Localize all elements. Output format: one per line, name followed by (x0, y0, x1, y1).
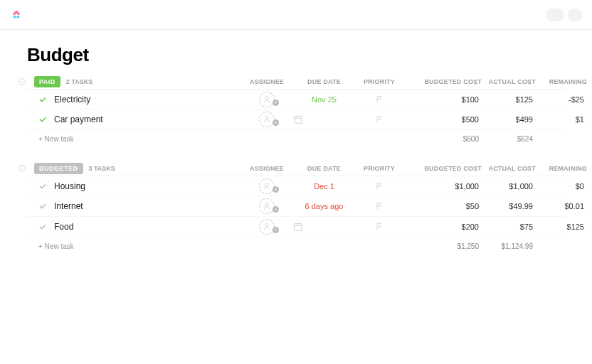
remaining[interactable]: $0 (536, 182, 587, 191)
task-name[interactable]: Food (54, 222, 73, 232)
col-actual[interactable]: ACTUAL COST (482, 165, 536, 172)
check-icon[interactable] (38, 95, 47, 104)
sum-actual: $1,124.99 (482, 242, 536, 250)
topbar-button-2[interactable] (568, 9, 582, 21)
assignee-cell[interactable]: + (240, 112, 293, 127)
actual-cost[interactable]: $75 (482, 223, 536, 231)
plus-icon: + (273, 227, 279, 233)
svg-point-2 (265, 117, 269, 120)
assignee-cell[interactable]: + (240, 178, 293, 194)
table-row[interactable]: Housing + Dec 1 $1,000 $1,000 $0 (27, 176, 565, 196)
app-logo (10, 9, 23, 21)
chevron-down-icon[interactable] (17, 77, 27, 87)
col-budgeted[interactable]: BUDGETED COST (403, 78, 482, 85)
assignee-cell[interactable]: + (240, 198, 293, 214)
plus-icon: + (273, 186, 279, 193)
task-name[interactable]: Housing (54, 181, 85, 191)
remaining[interactable]: $0.01 (536, 202, 587, 210)
check-icon[interactable] (38, 182, 47, 191)
topbar (0, 0, 592, 30)
table-row[interactable]: Internet + 6 days ago $50 $49.99 $0.01 (27, 196, 565, 217)
task-count: 3 TASKS (89, 165, 115, 172)
remaining[interactable]: $125 (536, 223, 587, 231)
svg-point-1 (265, 96, 269, 100)
check-icon[interactable] (38, 115, 47, 124)
table-row[interactable]: Car payment + $500 $499 $1 (27, 109, 565, 130)
task-name[interactable]: Internet (54, 201, 83, 211)
svg-point-8 (265, 183, 269, 186)
remaining[interactable]: $1 (536, 115, 587, 124)
due-date[interactable]: 6 days ago (293, 202, 355, 210)
plus-icon: + (273, 206, 279, 213)
flag-icon[interactable] (355, 115, 403, 124)
col-priority[interactable]: PRIORITY (355, 78, 403, 85)
col-due[interactable]: DUE DATE (293, 165, 355, 172)
flag-icon[interactable] (355, 95, 403, 104)
due-date[interactable]: Nov 25 (293, 95, 355, 104)
flag-icon[interactable] (355, 182, 403, 191)
budgeted-cost[interactable]: $200 (403, 223, 482, 231)
task-count: 2 TASKS (66, 78, 92, 85)
task-name[interactable]: Car payment (54, 114, 103, 124)
content: Budget PAID 2 TASKS ASSIGNEE DUE DATE PR… (0, 30, 592, 255)
budgeted-cost[interactable]: $100 (403, 95, 482, 104)
person-icon (259, 198, 275, 214)
sum-row: + New task $600 $624 (27, 130, 565, 147)
budgeted-cost[interactable]: $500 (403, 115, 482, 124)
assignee-cell[interactable]: + (240, 219, 293, 235)
col-actual[interactable]: ACTUAL COST (482, 78, 536, 85)
remaining[interactable]: -$25 (536, 95, 587, 104)
person-icon (259, 219, 275, 235)
table-row[interactable]: Electricity + Nov 25 $100 $125 -$25 (27, 89, 565, 109)
person-icon (259, 178, 275, 194)
flag-icon[interactable] (355, 223, 403, 231)
plus-icon: + (273, 119, 279, 126)
col-priority[interactable]: PRIORITY (355, 165, 403, 172)
new-task-button[interactable]: + New task (27, 242, 240, 250)
plus-icon: + (273, 100, 279, 106)
actual-cost[interactable]: $1,000 (482, 182, 536, 191)
task-name[interactable]: Electricity (54, 95, 90, 105)
section-header: PAID 2 TASKS ASSIGNEE DUE DATE PRIORITY … (27, 76, 565, 87)
col-remaining[interactable]: REMAINING (536, 78, 587, 85)
section-header: BUDGETED 3 TASKS ASSIGNEE DUE DATE PRIOR… (27, 163, 565, 174)
col-due[interactable]: DUE DATE (293, 78, 355, 85)
due-date[interactable]: Dec 1 (293, 182, 355, 191)
person-icon (259, 112, 275, 127)
sum-row: + New task $1,250 $1,124.99 (27, 237, 565, 255)
actual-cost[interactable]: $125 (482, 95, 536, 104)
check-icon[interactable] (38, 223, 47, 231)
col-budgeted[interactable]: BUDGETED COST (403, 165, 482, 172)
budgeted-cost[interactable]: $50 (403, 202, 482, 210)
svg-point-9 (265, 203, 269, 207)
svg-rect-11 (295, 224, 302, 231)
table-row[interactable]: Food + $200 $75 $125 (27, 217, 565, 237)
status-badge[interactable]: PAID (34, 76, 60, 87)
assignee-cell[interactable]: + (240, 92, 293, 107)
svg-point-0 (19, 79, 26, 85)
page-title: Budget (27, 44, 565, 66)
topbar-buttons (546, 9, 582, 21)
col-assignee[interactable]: ASSIGNEE (240, 78, 293, 85)
actual-cost[interactable]: $499 (482, 115, 536, 124)
calendar-icon[interactable] (293, 222, 355, 232)
col-remaining[interactable]: REMAINING (536, 165, 587, 172)
col-assignee[interactable]: ASSIGNEE (240, 165, 293, 172)
person-icon (259, 92, 275, 107)
actual-cost[interactable]: $49.99 (482, 202, 536, 210)
svg-point-10 (265, 224, 269, 228)
flag-icon[interactable] (355, 202, 403, 210)
sum-budgeted: $600 (403, 135, 482, 143)
sum-actual: $624 (482, 135, 536, 143)
svg-point-7 (19, 166, 26, 172)
new-task-button[interactable]: + New task (27, 135, 240, 143)
check-icon[interactable] (38, 202, 47, 210)
sum-budgeted: $1,250 (403, 242, 482, 250)
calendar-icon[interactable] (293, 114, 355, 124)
svg-rect-3 (295, 117, 302, 124)
chevron-down-icon[interactable] (17, 164, 27, 173)
status-badge[interactable]: BUDGETED (34, 163, 83, 174)
topbar-button-1[interactable] (546, 9, 564, 21)
budgeted-cost[interactable]: $1,000 (403, 182, 482, 191)
